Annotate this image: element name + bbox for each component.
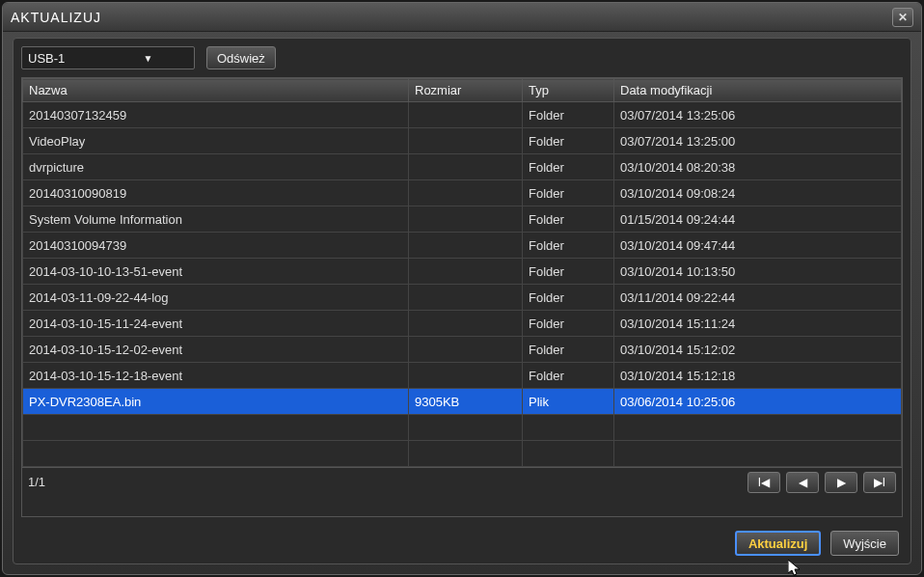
table-row-empty bbox=[23, 441, 902, 467]
col-header-name[interactable]: Nazwa bbox=[23, 79, 409, 102]
table-row[interactable]: 20140307132459Folder03/07/2014 13:25:06 bbox=[23, 102, 902, 128]
table-row[interactable]: 2014-03-10-15-12-02-eventFolder03/10/201… bbox=[23, 337, 902, 363]
cell-type: Folder bbox=[523, 154, 614, 180]
table-row[interactable]: 2014-03-10-10-13-51-eventFolder03/10/201… bbox=[23, 259, 902, 285]
cell-name: 20140310094739 bbox=[23, 233, 409, 259]
table-row-empty bbox=[23, 415, 902, 441]
prev-icon: ◀ bbox=[799, 476, 807, 489]
table-row[interactable]: PX-DVR2308EA.bin9305KBPlik03/06/2014 10:… bbox=[23, 389, 902, 415]
cell-type: Plik bbox=[523, 389, 614, 415]
cell-date: 03/10/2014 15:12:02 bbox=[614, 337, 902, 363]
file-table: Nazwa Rozmiar Typ Data modyfikacji 20140… bbox=[22, 78, 902, 467]
cell-date: 03/10/2014 08:20:38 bbox=[614, 154, 902, 180]
cell-name: 2014-03-11-09-22-44-log bbox=[23, 285, 409, 311]
cell-size: 9305KB bbox=[409, 389, 523, 415]
first-icon: І◀ bbox=[758, 476, 770, 489]
cell-name: 2014-03-10-15-11-24-event bbox=[23, 311, 409, 337]
table-row[interactable]: 20140310094739Folder03/10/2014 09:47:44 bbox=[23, 233, 902, 259]
pagination-nav: І◀ ◀ ▶ ▶І bbox=[747, 472, 896, 493]
cell-size bbox=[409, 154, 523, 180]
table-row[interactable]: System Volume InformationFolder01/15/201… bbox=[23, 206, 902, 233]
cell-type: Folder bbox=[523, 259, 614, 285]
cell-type: Folder bbox=[523, 102, 614, 128]
cell-date: 03/07/2014 13:25:00 bbox=[614, 128, 902, 154]
cell-name: 2014-03-10-10-13-51-event bbox=[23, 259, 409, 285]
cell-size bbox=[409, 233, 523, 259]
cell-name: 2014-03-10-15-12-18-event bbox=[23, 363, 409, 389]
cell-size bbox=[409, 180, 523, 206]
cell-date: 03/10/2014 15:11:24 bbox=[614, 311, 902, 337]
cell-name: 20140307132459 bbox=[23, 102, 409, 128]
page-info: 1/1 bbox=[28, 475, 747, 489]
cell-type: Folder bbox=[523, 285, 614, 311]
content-panel: USB-1 ▼ Odśwież Nazwa Rozmiar Typ Data m… bbox=[13, 38, 911, 564]
cell-type: Folder bbox=[523, 311, 614, 337]
cell-size bbox=[409, 311, 523, 337]
chevron-down-icon: ▼ bbox=[108, 53, 188, 64]
table-row[interactable]: 2014-03-10-15-12-18-eventFolder03/10/201… bbox=[23, 363, 902, 389]
last-icon: ▶І bbox=[874, 476, 885, 489]
action-buttons: Aktualizuj Wyjście bbox=[21, 531, 903, 556]
cell-type: Folder bbox=[523, 363, 614, 389]
cell-type: Folder bbox=[523, 180, 614, 206]
table-row[interactable]: dvrpictureFolder03/10/2014 08:20:38 bbox=[23, 154, 902, 180]
cell-type: Folder bbox=[523, 206, 614, 233]
table-header-row: Nazwa Rozmiar Typ Data modyfikacji bbox=[23, 79, 902, 102]
nav-last-button[interactable]: ▶І bbox=[863, 472, 896, 493]
table-row[interactable]: 2014-03-10-15-11-24-eventFolder03/10/201… bbox=[23, 311, 902, 337]
table-row[interactable]: 20140310090819Folder03/10/2014 09:08:24 bbox=[23, 180, 902, 206]
cell-date: 03/06/2014 10:25:06 bbox=[614, 389, 902, 415]
cell-size bbox=[409, 363, 523, 389]
cell-size bbox=[409, 337, 523, 363]
table-footer: 1/1 І◀ ◀ ▶ ▶І bbox=[22, 467, 902, 496]
close-icon: ✕ bbox=[898, 11, 908, 24]
cell-date: 03/11/2014 09:22:44 bbox=[614, 285, 902, 311]
cell-size bbox=[409, 128, 523, 154]
cell-date: 03/07/2014 13:25:06 bbox=[614, 102, 902, 128]
cell-name: dvrpicture bbox=[23, 154, 409, 180]
cell-size bbox=[409, 285, 523, 311]
col-header-date[interactable]: Data modyfikacji bbox=[614, 79, 902, 102]
cell-size bbox=[409, 102, 523, 128]
nav-first-button[interactable]: І◀ bbox=[747, 472, 780, 493]
table-row[interactable]: VideoPlayFolder03/07/2014 13:25:00 bbox=[23, 128, 902, 154]
cell-date: 03/10/2014 09:47:44 bbox=[614, 233, 902, 259]
update-window: AKTUALIZUJ ✕ USB-1 ▼ Odśwież Nazwa Rozmi… bbox=[2, 2, 922, 575]
cell-name: 2014-03-10-15-12-02-event bbox=[23, 337, 409, 363]
cell-size bbox=[409, 206, 523, 233]
cell-type: Folder bbox=[523, 128, 614, 154]
cell-name: PX-DVR2308EA.bin bbox=[23, 389, 409, 415]
window-title: AKTUALIZUJ bbox=[11, 10, 892, 25]
cell-size bbox=[409, 259, 523, 285]
titlebar: AKTUALIZUJ ✕ bbox=[3, 3, 921, 32]
cell-date: 03/10/2014 10:13:50 bbox=[614, 259, 902, 285]
cell-date: 03/10/2014 15:12:18 bbox=[614, 363, 902, 389]
file-table-wrap: Nazwa Rozmiar Typ Data modyfikacji 20140… bbox=[21, 77, 903, 517]
cell-name: System Volume Information bbox=[23, 206, 409, 233]
col-header-size[interactable]: Rozmiar bbox=[409, 79, 523, 102]
cell-type: Folder bbox=[523, 233, 614, 259]
refresh-button[interactable]: Odśwież bbox=[206, 46, 276, 69]
cell-name: VideoPlay bbox=[23, 128, 409, 154]
col-header-type[interactable]: Typ bbox=[523, 79, 614, 102]
cell-type: Folder bbox=[523, 337, 614, 363]
device-select-value: USB-1 bbox=[28, 51, 108, 66]
exit-button[interactable]: Wyjście bbox=[830, 531, 899, 556]
cell-date: 03/10/2014 09:08:24 bbox=[614, 180, 902, 206]
nav-prev-button[interactable]: ◀ bbox=[786, 472, 819, 493]
cell-date: 01/15/2014 09:24:44 bbox=[614, 206, 902, 233]
table-row[interactable]: 2014-03-11-09-22-44-logFolder03/11/2014 … bbox=[23, 285, 902, 311]
toolbar: USB-1 ▼ Odśwież bbox=[21, 46, 903, 69]
next-icon: ▶ bbox=[837, 476, 846, 489]
update-button[interactable]: Aktualizuj bbox=[735, 531, 821, 556]
device-select[interactable]: USB-1 ▼ bbox=[21, 46, 195, 69]
close-button[interactable]: ✕ bbox=[892, 8, 913, 27]
cell-name: 20140310090819 bbox=[23, 180, 409, 206]
nav-next-button[interactable]: ▶ bbox=[825, 472, 857, 493]
